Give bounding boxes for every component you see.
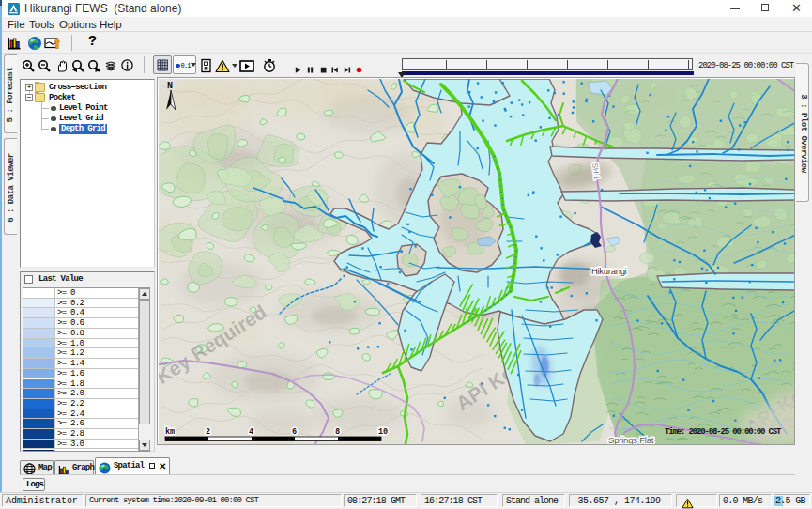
svg-text:8: 8 [335, 427, 340, 437]
svg-text:6: 6 [292, 427, 297, 437]
svg-text:2: 2 [206, 427, 210, 437]
svg-text:4: 4 [249, 427, 253, 437]
svg-text:Time: 2020-08-25 00:00:00 CST: Time: 2020-08-25 00:00:00 CST [665, 427, 782, 437]
svg-text:Hikurangi: Hikurangi [591, 266, 627, 276]
svg-text:Springs Flat: Springs Flat [608, 435, 654, 444]
svg-text:N: N [167, 81, 173, 91]
svg-text:10: 10 [378, 427, 388, 437]
svg-text:km: km [165, 427, 175, 437]
